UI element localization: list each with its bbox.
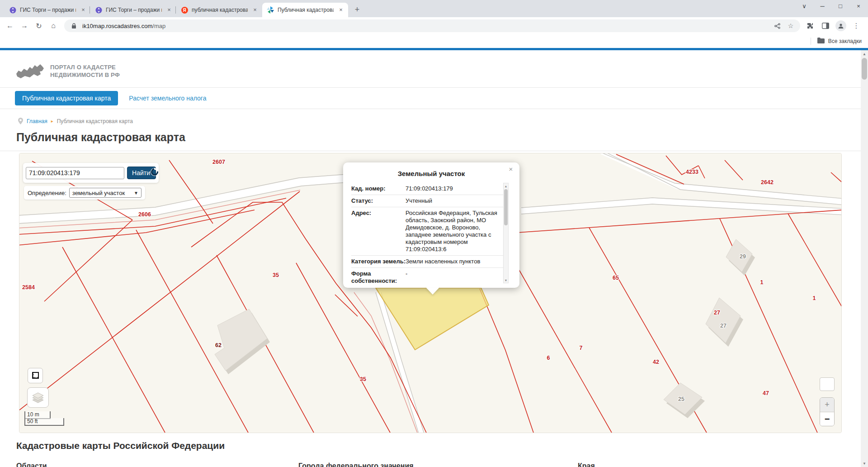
extensions-puzzle-icon[interactable] <box>805 20 816 31</box>
breadcrumb-arrow-icon: ▸ <box>51 119 53 124</box>
ruler-icon <box>31 371 40 380</box>
profile-avatar[interactable] <box>835 20 846 31</box>
window-maximize-button[interactable]: □ <box>835 3 846 10</box>
popup-scroll-down-icon[interactable]: ▼ <box>504 277 508 283</box>
window-minimize-button[interactable]: ─ <box>816 3 828 10</box>
share-icon[interactable] <box>772 21 782 31</box>
popup-attribute-row: Кад. номер:71:09:020413:179 <box>351 183 503 195</box>
popup-tail <box>426 287 439 295</box>
page-title: Публичная кадастровая карта <box>16 131 185 144</box>
zoom-control: + − <box>820 397 835 426</box>
parcel-label: 7 <box>580 345 583 351</box>
scroll-down-icon[interactable]: ▼ <box>861 460 868 467</box>
popup-attribute-row: Форма собственности:- <box>351 268 503 283</box>
popup-title: Земельный участок <box>343 162 519 177</box>
parcel-info-popup: × Земельный участок Кад. номер:71:09:020… <box>343 162 519 288</box>
zoom-out-button[interactable]: − <box>820 412 834 426</box>
footer-col-krais[interactable]: Края <box>578 462 595 467</box>
breadcrumb-home-link[interactable]: Главная <box>27 118 47 124</box>
site-logo: ПОРТАЛ О КАДАСТРЕ НЕДВИЖИМОСТИ В РФ <box>15 61 120 81</box>
zoom-in-button[interactable]: + <box>820 398 834 412</box>
cadastral-map[interactable]: 2607423326422606258435652911272762674235… <box>19 153 842 433</box>
tab-title: публичная кадастровая ка <box>192 7 248 13</box>
bookmarks-bar: Все закладки <box>0 34 868 48</box>
russia-map-logo-icon <box>15 61 45 81</box>
lock-icon[interactable] <box>69 21 79 31</box>
popup-rows: Кад. номер:71:09:020413:179Статус:Учтенн… <box>351 183 503 283</box>
forward-button[interactable]: → <box>18 19 31 32</box>
breadcrumb-current: Публичная кадастровая карта <box>57 118 133 124</box>
measure-tool-button[interactable] <box>28 368 43 383</box>
window-close-button[interactable]: × <box>853 3 864 10</box>
tab-close-icon[interactable]: × <box>337 6 344 14</box>
parcel-label: 47 <box>763 390 769 396</box>
tab-pkk-active[interactable]: Публичная кадастровая ка × <box>262 3 348 17</box>
new-tab-button[interactable]: + <box>351 3 363 16</box>
popup-attribute-row: Адрес:Российская Федерация, Тульская обл… <box>351 207 503 256</box>
parcel-label: 29 <box>740 253 746 260</box>
parcel-label: 27 <box>714 310 720 316</box>
footer-col-federal-cities[interactable]: Города федерального значения <box>298 462 414 467</box>
tab-title: ГИС Торги – продажи госуд <box>20 7 76 13</box>
all-bookmarks-label[interactable]: Все закладки <box>828 38 862 44</box>
footer-heading: Кадастровые карты Российской Федерации <box>16 440 225 451</box>
cadastral-search-input[interactable] <box>26 167 124 179</box>
parcel-label: 1 <box>760 279 764 286</box>
scrollbar-thumb[interactable] <box>862 58 867 80</box>
browser-menu-icon[interactable]: ⋮ <box>851 20 862 31</box>
loading-spinner-icon <box>150 167 160 177</box>
tab-close-icon[interactable]: × <box>165 6 173 14</box>
tab-gis-torgi-1[interactable]: ГИС Торги – продажи госуд × <box>5 3 90 17</box>
tab-search-chevron-icon[interactable]: ∨ <box>798 3 810 10</box>
popup-close-icon[interactable]: × <box>507 165 515 173</box>
page-scrollbar[interactable]: ▲ ▼ <box>861 50 868 467</box>
parcel-label: 62 <box>215 342 222 348</box>
gis-torgi-favicon <box>95 6 102 14</box>
url-host: ik10map.roscadastres.com <box>82 23 152 29</box>
tab-strip: ГИС Торги – продажи госуд × ГИС Торги – … <box>0 0 868 17</box>
popup-scroll-up-icon[interactable]: ▲ <box>504 183 508 189</box>
address-bar[interactable]: ik10map.roscadastres.com/map ☆ <box>64 19 800 32</box>
parcel-label: 4233 <box>686 169 698 175</box>
side-panel-icon[interactable] <box>820 20 831 31</box>
definition-label: Определение: <box>28 190 66 196</box>
parcel-label: 27 <box>720 323 726 329</box>
parcel-label: 42 <box>653 359 659 365</box>
parcel-label: 2642 <box>761 179 774 186</box>
home-button[interactable]: ⌂ <box>47 19 60 32</box>
reload-button[interactable]: ↻ <box>33 19 45 32</box>
yandex-favicon: Я <box>181 6 188 14</box>
tab-title: Публичная кадастровая ка <box>278 7 334 13</box>
bookmark-star-icon[interactable]: ☆ <box>786 21 796 31</box>
map-pin-icon <box>18 118 23 124</box>
tab-gis-torgi-2[interactable]: ГИС Торги – продажи госуд × <box>90 3 176 17</box>
tab-close-icon[interactable]: × <box>251 6 259 14</box>
parcel-label: 2584 <box>22 284 35 291</box>
nav-link-land-tax[interactable]: Расчет земельного налога <box>129 95 206 102</box>
scale-feet: 50 ft <box>24 418 64 426</box>
scroll-up-icon[interactable]: ▲ <box>861 50 868 57</box>
parcel-label: 2606 <box>138 211 151 218</box>
back-button[interactable]: ← <box>4 19 16 32</box>
popup-scroll-thumb[interactable] <box>504 189 508 225</box>
nav-tab-public-map[interactable]: Публичная кадастровая карта <box>15 91 118 105</box>
fullscreen-button[interactable] <box>820 377 835 391</box>
parcel-label: 25 <box>678 396 684 402</box>
map-search-panel: Найти <box>23 163 159 183</box>
main-nav: Публичная кадастровая карта Расчет земел… <box>15 91 206 105</box>
footer-col-regions[interactable]: Области <box>16 462 47 467</box>
chevron-down-icon: ▼ <box>134 191 138 195</box>
breadcrumb: Главная ▸ Публичная кадастровая карта <box>18 118 133 124</box>
layers-button[interactable] <box>27 387 49 408</box>
tab-yandex-search[interactable]: Я публичная кадастровая ка × <box>176 3 262 17</box>
tab-title: ГИС Торги – продажи госуд <box>106 7 162 13</box>
logo-line2: НЕДВИЖИМОСТИ В РФ <box>50 71 120 79</box>
tab-close-icon[interactable]: × <box>80 6 87 14</box>
definition-select[interactable]: земельный участок ▼ <box>69 188 142 198</box>
parcel-label: 65 <box>613 275 619 281</box>
parcel-label: 2607 <box>212 159 225 165</box>
page: ▲ ▼ ПОРТАЛ О КАДАСТРЕ НЕДВИЖИМОСТИ В РФ … <box>0 50 868 467</box>
popup-scrollbar[interactable]: ▲ ▼ <box>503 183 509 283</box>
find-button[interactable]: Найти <box>127 167 156 179</box>
parcel-label: 35 <box>360 376 366 382</box>
